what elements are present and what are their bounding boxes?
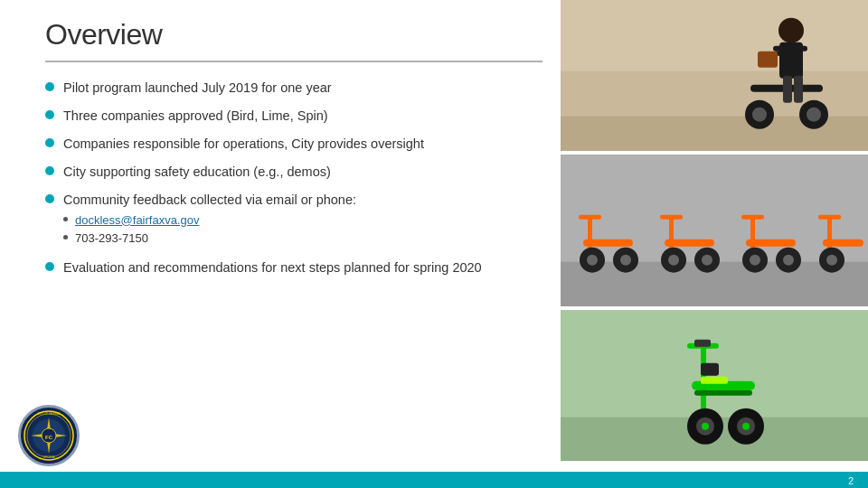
svg-text:CITY OF FAIRFAX: CITY OF FAIRFAX [38,412,61,416]
bullet-text-4: City supporting safety education (e.g., … [63,163,542,182]
svg-point-23 [587,255,598,266]
title-divider [45,61,542,62]
bullet-dot-2 [45,110,54,119]
sub-bullet-email: dockless@fairfaxva.gov [63,212,542,230]
svg-text:VIRGINIA: VIRGINIA [42,455,54,459]
bullet-text-5: Community feedback collected via email o… [63,191,542,250]
bullet-dot-5 [45,194,54,203]
svg-rect-50 [694,389,752,395]
svg-rect-14 [783,76,792,103]
svg-rect-20 [579,215,601,220]
svg-point-5 [752,108,767,122]
svg-point-44 [826,255,837,266]
sub-bullet-phone: 703-293-7150 [63,230,542,248]
bullet-item-1: Pilot program launched July 2019 for one… [45,79,542,98]
bullet-dot-6 [45,262,54,271]
seal-svg: FC CITY OF FAIRFAX VIRGINIA [24,410,74,461]
bullet-item-5: Community feedback collected via email o… [45,191,542,250]
city-seal: FC CITY OF FAIRFAX VIRGINIA [18,405,80,466]
sub-bullet-list: dockless@fairfaxva.gov 703-293-7150 [63,212,542,249]
svg-rect-12 [773,46,787,52]
bullet-text-3: Companies responsible for operations, Ci… [63,135,542,154]
bullet-dot-1 [45,82,54,91]
bullet-item-2: Three companies approved (Bird, Lime, Sp… [45,107,542,126]
svg-rect-13 [794,46,807,52]
bullet-text-6: Evaluation and recommendations for next … [63,258,542,277]
svg-point-37 [750,255,760,266]
bullet-item-3: Companies responsible for operations, Ci… [45,135,542,154]
svg-point-32 [702,255,712,266]
svg-point-56 [742,422,750,429]
scooter-image-2 [561,155,868,305]
sub-bullet-dot-2 [63,235,68,239]
svg-point-39 [783,255,794,266]
bullet-item-6: Evaluation and recommendations for next … [45,258,542,277]
page-number: 2 [848,475,854,486]
city-logo-area: FC CITY OF FAIRFAX VIRGINIA [18,405,81,468]
svg-rect-28 [665,239,714,247]
svg-rect-1 [561,0,868,71]
slide-title: Overview [45,18,542,52]
email-link[interactable]: dockless@fairfaxva.gov [75,212,199,230]
svg-point-30 [668,255,679,266]
images-panel [561,0,868,461]
svg-rect-34 [741,215,764,220]
bullet-item-4: City supporting safety education (e.g., … [45,163,542,182]
svg-rect-58 [701,362,719,375]
svg-rect-57 [694,339,711,346]
svg-rect-15 [794,76,803,103]
bullet-list: Pilot program launched July 2019 for one… [45,79,542,278]
bottom-accent-bar: 2 [0,472,868,488]
svg-point-7 [807,108,821,122]
bullet-text-1: Pilot program launched July 2019 for one… [63,79,542,98]
scooter-image-1 [561,0,868,151]
svg-rect-59 [701,376,728,383]
bullet-dot-4 [45,166,54,175]
slide-container: Overview Pilot program launched July 201… [0,0,868,488]
svg-rect-42 [823,239,863,247]
svg-rect-21 [583,239,633,247]
scooter-image-3 [561,310,868,461]
svg-point-10 [778,18,804,43]
svg-rect-41 [818,215,841,220]
bullet-dot-3 [45,138,54,147]
sub-bullet-dot-1 [63,217,68,221]
svg-point-53 [702,422,709,429]
svg-text:FC: FC [45,435,53,440]
svg-rect-27 [660,215,683,220]
svg-rect-35 [746,239,796,247]
bullet-text-2: Three companies approved (Bird, Lime, Sp… [63,107,542,126]
svg-point-25 [620,255,631,266]
phone-number: 703-293-7150 [75,230,148,248]
main-content: Overview Pilot program launched July 201… [45,18,542,461]
svg-rect-16 [758,52,778,68]
